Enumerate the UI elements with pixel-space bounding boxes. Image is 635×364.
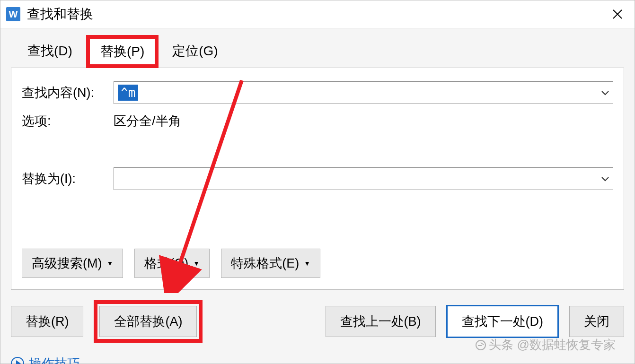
close-icon[interactable]: [606, 3, 629, 26]
titlebar: W 查找和替换: [0, 0, 635, 28]
chevron-down-icon[interactable]: [601, 174, 609, 184]
tab-goto[interactable]: 定位(G): [159, 35, 231, 68]
dialog-window: W 查找和替换 查找(D) 替换(P) 定位(G) 查找内容(N): ^m: [0, 0, 635, 364]
tab-replace[interactable]: 替换(P): [86, 35, 159, 68]
tab-goto-label: 定位(G): [172, 43, 218, 58]
find-prev-button[interactable]: 查找上一处(B): [326, 306, 436, 337]
tips-link[interactable]: 操作技巧: [11, 355, 624, 364]
replace-label: 替换为(I):: [22, 170, 107, 187]
find-next-button[interactable]: 查找下一处(D): [446, 305, 559, 338]
find-input[interactable]: ^m: [114, 81, 613, 104]
dialog-body: 查找(D) 替换(P) 定位(G) 查找内容(N): ^m 选项: 区分全/半角…: [0, 28, 635, 364]
option-buttons: 高级搜索(M) ▼ 格式(O) ▼ 特殊格式(E) ▼: [22, 249, 613, 278]
options-row: 选项: 区分全/半角: [22, 113, 613, 130]
chevron-down-icon: ▼: [304, 260, 310, 267]
format-label: 格式(O): [144, 255, 188, 272]
replace-row: 替换为(I):: [22, 167, 613, 190]
close-button[interactable]: 关闭: [569, 306, 624, 337]
watermark-text: 头条 @数据蛙恢复专家: [489, 337, 616, 353]
replace-button[interactable]: 替换(R): [11, 306, 83, 337]
tab-find[interactable]: 查找(D): [14, 35, 86, 68]
chevron-down-icon[interactable]: [601, 88, 609, 98]
advanced-search-label: 高级搜索(M): [32, 255, 102, 272]
options-value: 区分全/半角: [114, 113, 181, 130]
tab-strip: 查找(D) 替换(P) 定位(G): [14, 35, 624, 68]
replace-input[interactable]: [114, 167, 613, 190]
watermark: 头条 @数据蛙恢复专家: [476, 337, 616, 353]
play-icon: [11, 357, 24, 364]
find-input-value: ^m: [118, 85, 138, 101]
chevron-down-icon: ▼: [106, 260, 113, 267]
tab-find-label: 查找(D): [27, 43, 72, 58]
form-panel: 查找内容(N): ^m 选项: 区分全/半角 替换为(I):: [11, 68, 624, 290]
format-button[interactable]: 格式(O) ▼: [134, 249, 210, 278]
replace-all-button[interactable]: 全部替换(A): [99, 306, 197, 337]
watermark-icon: [476, 340, 486, 350]
find-label: 查找内容(N):: [22, 84, 107, 101]
find-row: 查找内容(N): ^m: [22, 81, 613, 104]
special-format-button[interactable]: 特殊格式(E) ▼: [221, 249, 320, 278]
options-label: 选项:: [22, 113, 107, 130]
tips-label: 操作技巧: [29, 355, 80, 364]
tab-replace-label: 替换(P): [100, 44, 144, 59]
app-icon: W: [6, 7, 20, 21]
chevron-down-icon: ▼: [193, 260, 200, 267]
window-title: 查找和替换: [27, 5, 93, 23]
special-format-label: 特殊格式(E): [231, 255, 299, 272]
highlight-replace-all: 全部替换(A): [94, 300, 203, 343]
advanced-search-button[interactable]: 高级搜索(M) ▼: [22, 249, 123, 278]
